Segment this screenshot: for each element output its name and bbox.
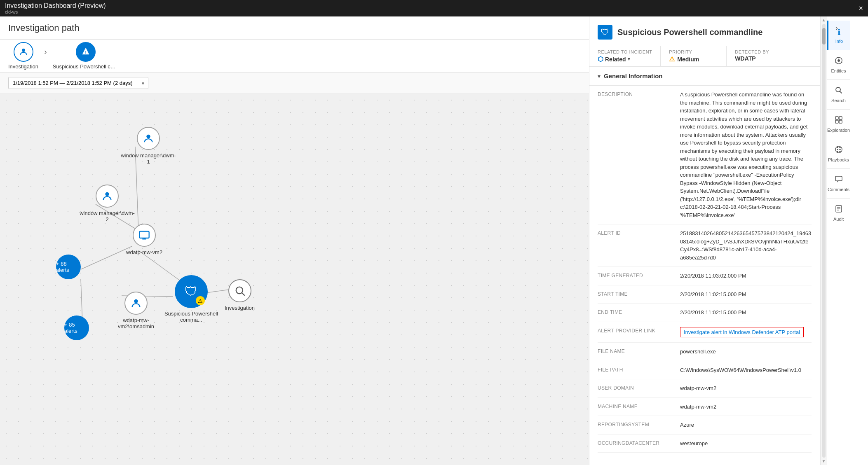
- info-val-machinename: wdatp-mw-vm2: [680, 403, 716, 411]
- graph-node-88alerts[interactable]: + 88 alerts: [56, 255, 81, 279]
- badge-related[interactable]: RELATED TO INCIDENT ⬡ Related ▾: [598, 46, 661, 66]
- info-key-providerlink: ALERT PROVIDER LINK: [598, 327, 672, 338]
- detail-panel: 🛡 Suspicious Powershell commandline RELA…: [589, 16, 820, 465]
- graph-node-circle-vm2: [133, 224, 156, 247]
- info-row-datacenter: OCCURINGDATACENTER westeurope: [598, 435, 812, 453]
- info-key-timegenerated: TIME GENERATED: [598, 272, 672, 280]
- svg-text:!: !: [85, 50, 86, 54]
- svg-point-10: [105, 192, 109, 196]
- alert-count-88: + 88 alerts: [56, 261, 81, 273]
- info-key-userdomain: USER DOMAIN: [598, 384, 672, 393]
- alert-shield-icon: 🛡: [185, 284, 198, 299]
- related-icon: ⬡: [598, 55, 603, 63]
- svg-rect-24: [835, 117, 838, 119]
- title-bar: Investigation Dashboard (Preview) cid-ws…: [0, 0, 868, 16]
- scroll-up-button[interactable]: ▲: [822, 18, 826, 22]
- graph-node-85alerts[interactable]: + 85 alerts: [64, 315, 89, 340]
- svg-point-16: [134, 299, 138, 303]
- info-val-reportingsystem: Azure: [680, 421, 694, 429]
- app-window: Investigation Dashboard (Preview) cid-ws…: [0, 0, 868, 465]
- info-row-timegenerated: TIME GENERATED 2/20/2018 11:03:02.000 PM: [598, 267, 812, 285]
- badge-related-label: RELATED TO INCIDENT: [598, 49, 652, 54]
- search-icon: [835, 86, 843, 96]
- date-filter-select[interactable]: 1/19/2018 1:52 PM — 2/21/2018 1:52 PM (2…: [8, 77, 148, 89]
- info-val-userdomain: wdatp-mw-vm2: [680, 384, 716, 393]
- playbooks-icon: [835, 145, 843, 156]
- badge-chevron-icon: ▾: [628, 56, 630, 62]
- detail-title-text: Suspicious Powershell commandline: [617, 28, 762, 37]
- date-filter-wrapper[interactable]: 1/19/2018 1:52 PM — 2/21/2018 1:52 PM (2…: [8, 77, 148, 89]
- info-key-reportingsystem: REPORTINGSYSTEM: [598, 421, 672, 429]
- svg-rect-25: [839, 117, 842, 119]
- sidebar-label-entities: Entities: [831, 68, 846, 73]
- title-bar-title: Investigation Dashboard (Preview): [5, 2, 106, 9]
- sidebar-label-comments: Comments: [828, 187, 849, 192]
- main-content: Investigation path Investigation › !: [0, 16, 868, 465]
- breadcrumb-node-label-2: Suspicious Powershell comma...: [53, 63, 119, 70]
- sidebar-item-search[interactable]: Search: [827, 80, 850, 110]
- scroll-down-button[interactable]: ▼: [822, 459, 826, 463]
- close-button[interactable]: ×: [859, 5, 863, 12]
- graph-node-label-omsadmin: wdatp-mw-vm2\omsadmin: [107, 317, 165, 329]
- sidebar-item-entities[interactable]: Entities: [827, 50, 850, 80]
- section-general-header[interactable]: ▾ General Information: [589, 67, 820, 86]
- info-key-endtime: END TIME: [598, 308, 672, 317]
- info-row-machinename: MACHINE NAME wdatp-mw-vm2: [598, 398, 812, 416]
- info-val-starttime: 2/20/2018 11:02:15.000 PM: [680, 290, 746, 299]
- info-val-datacenter: westeurope: [680, 439, 708, 448]
- graph-node-omsadmin[interactable]: wdatp-mw-vm2\omsadmin: [107, 292, 165, 329]
- scroll-track[interactable]: ▲ ▼: [820, 16, 827, 465]
- sidebar-item-playbooks[interactable]: Playbooks: [827, 139, 850, 169]
- info-key-filename: FILE NAME: [598, 348, 672, 356]
- audit-icon: [835, 205, 843, 215]
- graph-node-dwm2[interactable]: window manager\dwm-2: [78, 185, 136, 222]
- sidebar-label-exploration: Exploration: [827, 128, 850, 133]
- alert-badge-85: + 85 alerts: [64, 315, 89, 340]
- graph-node-vm2[interactable]: wdatp-mw-vm2: [126, 224, 162, 255]
- breadcrumb-node-alert[interactable]: ! Suspicious Powershell comma...: [53, 42, 119, 70]
- sidebar-item-comments[interactable]: Comments: [827, 169, 850, 199]
- graph-node-investigation[interactable]: Investigation: [225, 279, 255, 311]
- badge-related-value[interactable]: ⬡ Related ▾: [598, 55, 630, 63]
- badge-priority-label: PRIORITY: [669, 49, 692, 54]
- graph-node-label-investigation: Investigation: [225, 305, 255, 311]
- svg-line-15: [242, 293, 244, 295]
- scroll-thumb[interactable]: [822, 28, 826, 44]
- detail-title-row: 🛡 Suspicious Powershell commandline: [598, 25, 812, 40]
- breadcrumb-bar: Investigation path: [0, 16, 589, 40]
- priority-warning-icon: ⚠: [669, 55, 675, 63]
- graph-node-circle-dwm1: [137, 127, 160, 150]
- svg-point-14: [236, 287, 242, 294]
- scroll-thumb-track: [822, 24, 826, 458]
- info-val-filepath: C:\Windows\SysWOW64\WindowsPowerShell\v1…: [680, 366, 801, 374]
- svg-point-18: [838, 59, 840, 62]
- badge-priority-text: Medium: [677, 56, 699, 63]
- badge-detectedby-label: DETECTED BY: [735, 49, 769, 54]
- sidebar-item-audit[interactable]: Audit: [827, 199, 850, 228]
- info-val-timegenerated: 2/20/2018 11:03:02.000 PM: [680, 272, 746, 280]
- breadcrumb-node-investigation[interactable]: Investigation: [8, 42, 38, 70]
- svg-rect-26: [835, 120, 838, 123]
- svg-point-20: [841, 62, 842, 63]
- badge-detectedby-value: WDATP: [735, 55, 755, 62]
- graph-node-dwm1[interactable]: window manager\dwm-1: [120, 127, 177, 165]
- info-val-providerlink[interactable]: Investigate alert in Windows Defender AT…: [680, 327, 804, 338]
- badge-related-text: Related: [605, 56, 626, 63]
- svg-point-21: [835, 62, 836, 63]
- right-area: 🛡 Suspicious Powershell commandline RELA…: [589, 16, 868, 465]
- info-val-alertid: 25188314026480521426365457573842120424_1…: [680, 229, 812, 262]
- info-val-description: A suspicious Powershell commandline was …: [680, 91, 812, 219]
- breadcrumb-nodes: Investigation › ! Suspicious Powershell …: [0, 40, 589, 72]
- info-key-machinename: MACHINE NAME: [598, 403, 672, 411]
- svg-rect-27: [839, 120, 842, 123]
- alert-badge-88: + 88 alerts: [56, 255, 81, 279]
- sidebar-item-exploration[interactable]: Exploration: [827, 110, 850, 139]
- info-row-providerlink: ALERT PROVIDER LINK Investigate alert in…: [598, 322, 812, 343]
- breadcrumb-title: Investigation path: [8, 23, 79, 33]
- panel-expand-button[interactable]: ›: [828, 16, 845, 40]
- info-row-description: DESCRIPTION A suspicious Powershell comm…: [598, 86, 812, 224]
- svg-rect-35: [835, 176, 842, 181]
- graph-node-alert[interactable]: 🛡 ⚠ Suspicious Powershell comma...: [162, 275, 220, 323]
- info-key-datacenter: OCCURINGDATACENTER: [598, 439, 672, 448]
- date-filter-bar: 1/19/2018 1:52 PM — 2/21/2018 1:52 PM (2…: [0, 72, 589, 94]
